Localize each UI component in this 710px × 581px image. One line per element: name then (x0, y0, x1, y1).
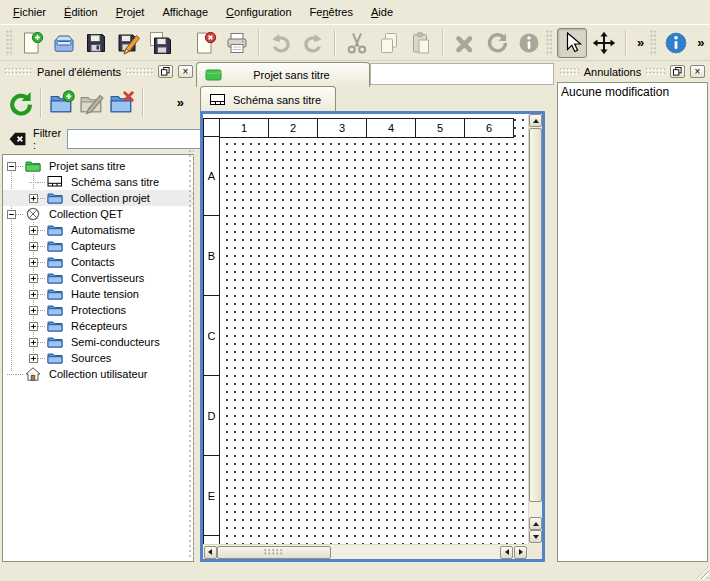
dock-splitter[interactable] (189, 150, 194, 560)
undo-list-item[interactable]: Aucune modification (561, 85, 704, 100)
undo-button[interactable] (266, 28, 296, 58)
save-all-button[interactable] (145, 28, 175, 58)
float-panel-button[interactable] (158, 65, 173, 78)
tree-expander-minus[interactable] (7, 162, 16, 171)
resize-grip[interactable] (696, 566, 709, 579)
folder-blue-icon (47, 239, 65, 253)
scroll-left-button[interactable] (204, 546, 217, 559)
tree-item[interactable]: Collection QET (3, 206, 193, 222)
tree-item-label: Convertisseurs (71, 272, 144, 284)
edit-category-button[interactable] (77, 88, 107, 118)
delete-button[interactable] (450, 28, 480, 58)
undo-history-list[interactable]: Aucune modification (557, 82, 708, 562)
horizontal-scrollbar[interactable] (203, 544, 528, 559)
schema-tab[interactable]: Schéma sans titre (200, 86, 336, 112)
tree-item[interactable]: Sources (3, 350, 193, 366)
tree-item[interactable]: Schéma sans titre (3, 174, 193, 190)
toolbar-overflow-2-button[interactable]: » (693, 35, 708, 50)
tree-expander-plus[interactable] (29, 354, 38, 363)
tree-expander-plus[interactable] (29, 338, 38, 347)
close-document-button[interactable] (190, 28, 220, 58)
close-panel-button[interactable]: × (690, 65, 705, 78)
save-as-button[interactable] (113, 28, 143, 58)
cut-icon (345, 31, 369, 55)
vertical-scroll-thumb[interactable] (529, 128, 542, 502)
dock-texture (560, 68, 579, 76)
tree-connector (7, 370, 16, 379)
scroll-down-button[interactable] (529, 530, 542, 543)
move-tool-button[interactable] (589, 28, 619, 58)
folder-new-icon (49, 90, 75, 116)
menu-fenetres[interactable]: Fenêtres (301, 2, 362, 22)
tree-item[interactable]: Protections (3, 302, 193, 318)
about-qet-button[interactable] (661, 28, 691, 58)
tree-expander-plus[interactable] (29, 306, 38, 315)
tree-expander-plus[interactable] (29, 258, 38, 267)
tree-expander-minus[interactable] (7, 210, 16, 219)
tree-item[interactable]: Automatisme (3, 222, 193, 238)
tree-item[interactable]: Contacts (3, 254, 193, 270)
tree-item-label: Haute tension (71, 288, 139, 300)
select-tool-button[interactable] (557, 28, 587, 58)
new-document-button[interactable] (17, 28, 47, 58)
menu-affichage[interactable]: Affichage (153, 2, 217, 22)
menu-aide[interactable]: Aide (362, 2, 402, 22)
tree-expander-plus[interactable] (29, 322, 38, 331)
scroll-right-button[interactable] (514, 546, 527, 559)
tree-item[interactable]: Convertisseurs (3, 270, 193, 286)
toolbar-drag-handle[interactable] (650, 30, 657, 56)
tree-item[interactable]: Collection projet (3, 190, 193, 206)
delete-category-button[interactable] (107, 88, 137, 118)
vertical-scrollbar[interactable] (528, 114, 542, 544)
redo-button[interactable] (298, 28, 328, 58)
filter-label: Filtrer : (33, 127, 61, 151)
tree-item[interactable]: Semi-conducteurs (3, 334, 193, 350)
save-all-icon (148, 31, 172, 55)
paste-button[interactable] (406, 28, 436, 58)
toolbar-drag-handle[interactable] (546, 30, 553, 56)
float-panel-button[interactable] (670, 65, 685, 78)
status-bar (0, 563, 710, 581)
cut-button[interactable] (342, 28, 372, 58)
tree-expander-plus[interactable] (29, 274, 38, 283)
tree-expander-plus[interactable] (29, 226, 38, 235)
tree-item[interactable]: Récepteurs (3, 318, 193, 334)
toolbar-drag-handle[interactable] (6, 30, 13, 56)
clear-filter-icon[interactable] (8, 131, 27, 147)
horizontal-scroll-thumb[interactable] (217, 546, 331, 559)
tree-expander-plus[interactable] (29, 290, 38, 299)
print-button[interactable] (222, 28, 252, 58)
menu-fichier[interactable]: Fichier (4, 2, 55, 22)
tree-item[interactable]: Haute tension (3, 286, 193, 302)
schema-view[interactable]: 123456 ABCDE (200, 111, 545, 562)
scroll-up-button[interactable] (529, 114, 542, 127)
menu-projet[interactable]: Projet (107, 2, 154, 22)
scroll-up-button-2[interactable] (529, 517, 542, 530)
menu-edition[interactable]: Édition (55, 2, 107, 22)
filter-input[interactable] (67, 129, 217, 149)
copy-button[interactable] (374, 28, 404, 58)
element-info-button[interactable] (514, 28, 544, 58)
tree-expander-plus[interactable] (29, 194, 38, 203)
save-button[interactable] (81, 28, 111, 58)
project-tab[interactable]: Projet sans titre (196, 62, 370, 87)
toolbar-overflow-button[interactable]: » (633, 35, 648, 50)
menu-bar: FichierÉditionProjetAffichageConfigurati… (0, 0, 710, 24)
reload-collections-button[interactable] (5, 88, 35, 118)
toolbar-separator (40, 88, 42, 118)
panel-overflow-button[interactable]: » (173, 95, 188, 110)
menu-configuration[interactable]: Configuration (217, 2, 300, 22)
new-category-button[interactable] (47, 88, 77, 118)
scroll-left-button-2[interactable] (500, 546, 513, 559)
tree-item[interactable]: Projet sans titre (3, 158, 193, 174)
tree-item[interactable]: Capteurs (3, 238, 193, 254)
tree-expander-plus[interactable] (29, 242, 38, 251)
row-label-cell: B (203, 215, 220, 296)
schema-canvas[interactable]: 123456 ABCDE (203, 114, 528, 544)
rotate-button[interactable] (482, 28, 512, 58)
delete-x-icon (453, 31, 477, 55)
redo-icon (301, 31, 325, 55)
tree-item[interactable]: Collection utilisateur (3, 366, 193, 382)
open-document-button[interactable] (49, 28, 79, 58)
close-panel-button[interactable]: × (178, 65, 193, 78)
